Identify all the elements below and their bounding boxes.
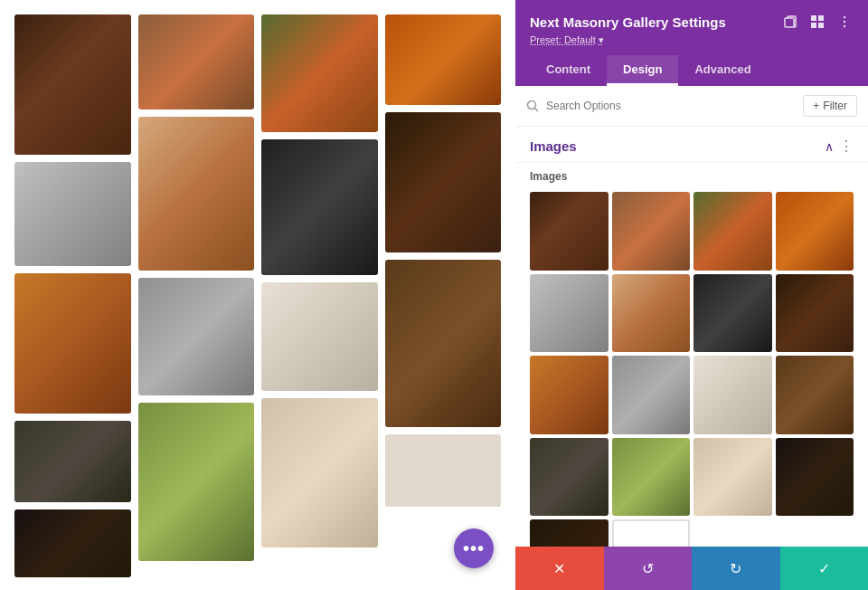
gallery-image-1[interactable] — [14, 14, 131, 155]
thumb-image-10[interactable] — [612, 356, 691, 434]
gallery-image-15[interactable] — [385, 112, 502, 252]
masonry-container — [14, 14, 501, 576]
gallery-image-13[interactable] — [261, 398, 378, 547]
cancel-icon: ✕ — [553, 560, 565, 577]
gallery-image-2[interactable] — [14, 162, 131, 266]
svg-rect-1 — [811, 15, 816, 21]
masonry-col-2 — [138, 14, 255, 576]
images-section-header: Images ∧ ⋮ — [515, 127, 868, 163]
gallery-image-3[interactable] — [14, 273, 131, 414]
gallery-image-10[interactable] — [261, 14, 378, 132]
thumb-image-13[interactable] — [530, 438, 609, 517]
settings-header: Next Masonry Gallery Settings — [515, 0, 868, 86]
masonry-col-4 — [385, 14, 502, 576]
gallery-image-9[interactable] — [138, 403, 255, 561]
gallery-panel: ••• — [0, 0, 515, 590]
thumb-image-14[interactable] — [612, 438, 691, 517]
svg-point-6 — [844, 21, 845, 23]
filter-label: Filter — [823, 100, 847, 112]
masonry-col-1 — [14, 14, 131, 576]
gallery-image-8[interactable] — [138, 278, 255, 395]
fab-dots-icon: ••• — [463, 538, 485, 559]
save-button[interactable]: ✓ — [780, 547, 869, 590]
thumb-image-11[interactable] — [693, 356, 772, 434]
svg-point-5 — [844, 16, 845, 18]
layout-icon[interactable] — [808, 13, 826, 31]
images-field-label: Images — [515, 163, 868, 188]
search-icon — [526, 100, 539, 112]
settings-title-row: Next Masonry Gallery Settings — [530, 13, 854, 31]
search-input[interactable] — [546, 100, 796, 112]
preset-label: Preset: Default — [530, 34, 596, 45]
preset-row[interactable]: Preset: Default ▾ — [530, 34, 854, 46]
thumb-image-7[interactable] — [693, 274, 772, 353]
filter-plus-icon: + — [813, 100, 819, 112]
thumb-image-6[interactable] — [612, 274, 691, 353]
fab-button[interactable]: ••• — [454, 528, 494, 568]
tab-advanced[interactable]: Advanced — [678, 55, 767, 86]
gallery-image-5[interactable] — [14, 509, 131, 577]
gallery-image-6[interactable] — [138, 14, 255, 109]
save-checkmark-icon: ✓ — [818, 560, 830, 577]
more-icon[interactable] — [835, 13, 854, 31]
tabs-row: Content Design Advanced — [530, 55, 854, 86]
svg-rect-4 — [818, 23, 824, 28]
thumb-image-15[interactable] — [693, 438, 772, 517]
images-section-title: Images — [530, 138, 577, 154]
gallery-image-11[interactable] — [261, 139, 378, 275]
redo-button[interactable]: ↻ — [692, 547, 780, 590]
settings-title: Next Masonry Gallery Settings — [530, 14, 726, 30]
thumb-image-12[interactable] — [776, 356, 854, 434]
svg-point-7 — [844, 25, 845, 27]
thumb-image-1[interactable] — [530, 192, 609, 271]
section-options-icon[interactable]: ⋮ — [839, 138, 854, 155]
thumb-image-5[interactable] — [530, 274, 609, 353]
filter-button[interactable]: + Filter — [803, 95, 857, 117]
preset-arrow-icon: ▾ — [599, 34, 604, 45]
undo-button[interactable]: ↺ — [604, 547, 693, 590]
gallery-image-12[interactable] — [261, 282, 378, 391]
action-bar: ✕ ↺ ↻ ✓ — [515, 547, 868, 590]
thumb-image-9[interactable] — [530, 356, 609, 434]
settings-panel: Next Masonry Gallery Settings — [515, 0, 868, 590]
thumb-image-2[interactable] — [612, 192, 691, 271]
images-grid: + — [515, 188, 868, 547]
gallery-image-17[interactable] — [385, 434, 502, 507]
thumb-image-8[interactable] — [776, 274, 854, 353]
svg-rect-0 — [785, 18, 794, 27]
tab-design[interactable]: Design — [607, 55, 678, 86]
section-collapse-icon[interactable]: ∧ — [825, 139, 834, 154]
cancel-button[interactable]: ✕ — [515, 547, 604, 590]
header-icons — [781, 13, 854, 31]
gallery-image-14[interactable] — [385, 14, 502, 105]
add-image-button[interactable]: + — [612, 519, 691, 547]
thumb-image-17[interactable] — [530, 519, 609, 547]
gallery-image-4[interactable] — [14, 421, 131, 502]
svg-rect-3 — [811, 23, 816, 28]
search-bar: + Filter — [515, 86, 868, 127]
gallery-image-7[interactable] — [138, 117, 255, 271]
thumb-image-16[interactable] — [776, 438, 854, 517]
settings-content[interactable]: Images ∧ ⋮ Images — [515, 127, 868, 547]
tab-content[interactable]: Content — [530, 55, 607, 86]
gallery-image-16[interactable] — [385, 260, 502, 427]
copy-icon[interactable] — [781, 13, 799, 31]
undo-icon: ↺ — [642, 560, 654, 577]
masonry-col-3 — [261, 14, 378, 576]
thumb-image-3[interactable] — [693, 192, 772, 271]
thumb-image-4[interactable] — [776, 192, 854, 271]
redo-icon: ↻ — [730, 560, 741, 577]
section-controls: ∧ ⋮ — [825, 138, 854, 155]
svg-rect-2 — [818, 15, 824, 21]
